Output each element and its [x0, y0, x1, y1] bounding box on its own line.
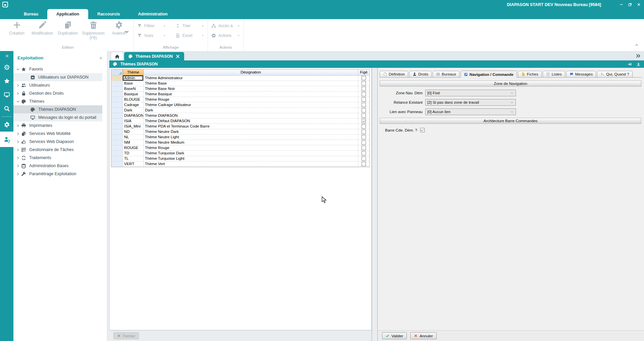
cell-theme[interactable]: BLOUGE [123, 97, 144, 102]
menu-tab-bureau[interactable]: Bureau [15, 9, 47, 19]
ribbon-button-modification[interactable]: Modification [31, 21, 54, 36]
fige-checkbox[interactable] [362, 119, 366, 123]
row-selector[interactable] [111, 129, 123, 135]
cell-theme[interactable]: Base [123, 81, 144, 86]
fige-checkbox[interactable] [362, 103, 366, 107]
row-selector[interactable] [111, 76, 123, 81]
row-selector[interactable] [111, 145, 123, 151]
row-selector[interactable] [111, 140, 123, 145]
panel-tab-navigation-commande[interactable]: Navigation / Commande [461, 70, 517, 78]
sidebar-item-messages-du-login-et-du-portail[interactable]: Messages du login et du portail [13, 113, 102, 121]
panel-tab-qui-quand[interactable]: Qui, Quand ? [597, 71, 632, 77]
minimize-icon[interactable] [620, 3, 623, 6]
row-selector[interactable] [111, 81, 123, 86]
sidebar-item-gestion-des-droits[interactable]: Gestion des Droits [13, 89, 102, 97]
cell-theme[interactable]: BaseN [123, 86, 144, 92]
cell-designation[interactable]: Thème PDA et Terminaux Code Barre [144, 124, 358, 129]
fige-checkbox[interactable] [362, 113, 366, 118]
panel-tab-bureaux[interactable]: Bureaux [433, 71, 460, 77]
cell-designation[interactable]: Thème Neutre Light [144, 135, 358, 140]
tab-close-icon[interactable] [175, 54, 180, 59]
home-tab[interactable] [111, 52, 123, 60]
restore-icon[interactable] [628, 3, 632, 6]
column-header-designation[interactable]: Désignation [144, 69, 358, 76]
column-header-theme[interactable]: Thème [123, 69, 144, 76]
sidebar-item-utilisateurs[interactable]: Utilisateurs [13, 81, 102, 89]
rail-gear-button[interactable] [0, 118, 13, 132]
row-selector[interactable] [111, 156, 123, 161]
fige-checkbox[interactable] [362, 108, 366, 112]
close-icon[interactable] [637, 3, 641, 6]
row-selector[interactable] [111, 97, 123, 102]
cell-theme[interactable]: Cadrage [123, 102, 144, 108]
fige-checkbox[interactable] [362, 124, 366, 129]
combo-zone-nav-dem[interactable]: [0] Fixé [425, 90, 516, 96]
ribbon-button-avance[interactable]: Avancé [107, 21, 130, 36]
cell-designation[interactable]: Thème Turquoise Light [144, 156, 358, 161]
ribbon-item-actions[interactable]: Actions [211, 33, 240, 38]
sidebar-item-themes-diapason[interactable]: Thèmes DIAPASON [13, 105, 102, 113]
panel-tab-definition[interactable]: Définition [380, 71, 408, 77]
cell-theme[interactable]: NL [123, 135, 144, 140]
sidebar-item-utilisateurs-sur-diapason[interactable]: Utilisateurs sur DIAPASON [13, 73, 102, 81]
fige-checkbox[interactable] [362, 140, 366, 145]
fige-checkbox[interactable] [362, 81, 366, 86]
menu-tab-administration[interactable]: Administration [129, 9, 177, 19]
cell-theme[interactable]: ND [123, 129, 144, 135]
row-selector[interactable] [111, 102, 123, 108]
splitter[interactable] [372, 68, 378, 341]
valider-button[interactable]: Valider [382, 332, 407, 339]
panel-tab-messages[interactable]: Messages [566, 71, 596, 77]
fige-checkbox[interactable] [362, 97, 366, 102]
rail-star-button[interactable] [0, 74, 13, 88]
sidebar-close-icon[interactable]: × [99, 55, 102, 61]
cell-designation[interactable]: Thème Base [144, 81, 358, 86]
sidebar-item-favoris[interactable]: Favoris [13, 65, 102, 73]
cell-theme[interactable]: Dark [123, 108, 144, 113]
sidebar-item-traitements[interactable]: Traitements [13, 154, 102, 162]
cell-designation[interactable]: Thème Rouge [144, 97, 358, 102]
sidebar-item-services-web-mobilite[interactable]: Services Web Mobilité [13, 130, 102, 138]
cell-designation[interactable]: Dark [144, 108, 358, 113]
row-selector[interactable] [111, 108, 123, 113]
rail-wheel-button[interactable] [0, 60, 13, 74]
row-selector[interactable] [111, 113, 123, 118]
tab-overflow-icon[interactable] [636, 53, 641, 58]
fige-checkbox[interactable] [362, 146, 366, 150]
cell-designation[interactable]: Thème Base Noir [144, 86, 358, 92]
rail-collapse-button[interactable]: « [0, 51, 13, 60]
sidebar-item-themes[interactable]: Thèmes [13, 97, 102, 105]
fige-checkbox[interactable] [362, 151, 366, 155]
sidebar-item-services-web-diapason[interactable]: Services Web Diapason [13, 138, 102, 146]
cell-designation[interactable]: Thème Administrateur [144, 76, 358, 81]
cell-designation[interactable]: Thème Basique [144, 92, 358, 97]
rail-user-shield-button[interactable] [0, 132, 13, 147]
cell-designation[interactable]: Thème Neutre Medium [144, 140, 358, 145]
fige-checkbox[interactable] [362, 156, 366, 161]
chevron-up-icon[interactable] [635, 43, 639, 47]
cell-theme[interactable]: TD [123, 151, 144, 156]
sidebar-item-imprimantes[interactable]: Imprimantes [13, 121, 102, 130]
cell-designation[interactable]: Thème Vert [144, 161, 358, 167]
cell-designation[interactable]: Thème Cadrage Utilisateur [144, 102, 358, 108]
ribbon-button-creation[interactable]: Création [5, 21, 28, 36]
cell-theme[interactable]: VERT [123, 161, 144, 167]
ribbon-item-vues[interactable]: Vues [137, 33, 166, 38]
download-icon[interactable] [636, 62, 641, 66]
cell-theme[interactable]: Basique [123, 92, 144, 97]
combo-relance-existant[interactable]: [2] Si pas dans zone de travail [425, 99, 516, 106]
fermer-button[interactable]: Fermer [113, 332, 139, 339]
row-selector[interactable] [111, 151, 123, 156]
annuler-button[interactable]: Annuler [410, 332, 437, 339]
rail-search-button[interactable] [0, 102, 13, 115]
fige-checkbox[interactable] [362, 92, 366, 96]
fige-checkbox[interactable] [362, 135, 366, 139]
fige-checkbox[interactable] [362, 130, 366, 134]
ribbon-item-acces-a[interactable]: Accès à [211, 23, 240, 28]
panel-tab-listes[interactable]: Listes [543, 71, 565, 77]
cell-designation[interactable]: Thème Turquoise Dark [144, 151, 358, 156]
select-all-header[interactable] [111, 69, 123, 76]
ribbon-item-filtrer[interactable]: Filtrer [137, 23, 166, 28]
menu-tab-application[interactable]: Application [47, 9, 88, 19]
sidebar-item-gestionnaire-de-taches[interactable]: Gestionnaire de Tâches [13, 146, 102, 154]
